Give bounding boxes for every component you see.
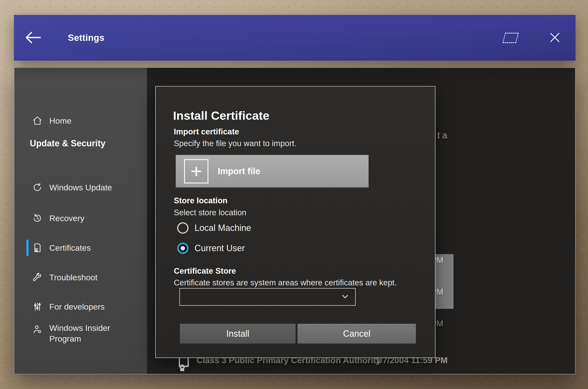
history-icon — [32, 213, 42, 223]
dialog-title: Install Certificate — [173, 109, 270, 122]
window-title: Settings — [68, 33, 105, 43]
mixed-reality-environment: Settings — [0, 0, 588, 389]
settings-sidebar: Home Update & Security Windows Update — [14, 68, 147, 374]
sidebar-item-label: For developers — [49, 302, 105, 312]
store-location-subtext: Select store location — [174, 208, 246, 217]
radio-circle-selected-icon — [177, 243, 188, 254]
sync-icon — [32, 182, 42, 193]
sidebar-item-label: Windows Insider Program — [49, 323, 125, 344]
radio-current-user[interactable]: Current User — [177, 242, 245, 255]
certificate-icon — [32, 243, 42, 253]
certificate-store-heading: Certificate Store — [174, 266, 236, 276]
import-certificate-subtext: Specify the file you want to import. — [174, 139, 297, 148]
wrench-icon — [32, 272, 42, 283]
sidebar-item-label: Certificates — [49, 243, 91, 253]
sidebar-item-label: Recovery — [49, 214, 84, 223]
import-file-label: Import file — [218, 166, 260, 176]
settings-titlebar: Settings — [14, 15, 576, 61]
sidebar-item-label: Home — [49, 116, 72, 126]
sidebar-item-for-developers[interactable]: For developers — [14, 299, 147, 315]
chevron-down-icon — [341, 292, 349, 301]
close-button[interactable] — [547, 29, 563, 46]
sidebar-item-windows-insider-program[interactable]: Windows Insider Program — [14, 321, 147, 350]
dev-sliders-icon — [32, 301, 42, 312]
settings-window: Home Update & Security Windows Update — [14, 67, 576, 374]
sidebar-item-label: Windows Update — [49, 183, 112, 192]
clipped-page-text: t a — [437, 130, 447, 140]
sidebar-item-home[interactable]: Home — [14, 113, 147, 129]
certificate-store-dropdown[interactable] — [179, 288, 356, 306]
install-button-label: Install — [226, 329, 249, 339]
sidebar-item-recovery[interactable]: Recovery — [14, 210, 147, 226]
cancel-button[interactable]: Cancel — [298, 324, 416, 344]
back-arrow-icon — [24, 41, 42, 45]
cancel-button-label: Cancel — [343, 329, 370, 339]
sidebar-item-windows-update[interactable]: Windows Update — [14, 179, 147, 195]
sidebar-item-label: Troubleshoot — [49, 273, 97, 282]
plus-icon: + — [184, 159, 208, 184]
install-certificate-dialog: Install Certificate Import certificate S… — [155, 86, 435, 358]
sidebar-item-certificates[interactable]: Certificates — [14, 240, 147, 256]
radio-label: Current User — [195, 243, 245, 253]
radio-label: Local Machine — [195, 223, 251, 233]
sidebar-item-troubleshoot[interactable]: Troubleshoot — [14, 269, 147, 285]
radio-circle-icon — [177, 222, 188, 234]
certificate-store-subtext: Certificate stores are system areas wher… — [174, 278, 397, 287]
install-button[interactable]: Install — [180, 324, 296, 344]
radio-local-machine[interactable]: Local Machine — [177, 222, 251, 234]
close-icon — [548, 31, 561, 45]
home-icon — [32, 116, 42, 126]
person-icon — [32, 324, 42, 334]
dashed-frame-icon — [503, 33, 519, 43]
store-location-heading: Store location — [174, 196, 227, 205]
import-certificate-heading: Import certificate — [174, 127, 239, 136]
back-button[interactable] — [22, 29, 44, 47]
adjust-window-button[interactable] — [502, 31, 519, 44]
sidebar-section-title: Update & Security — [30, 138, 106, 149]
import-file-button[interactable]: + Import file — [176, 155, 368, 187]
